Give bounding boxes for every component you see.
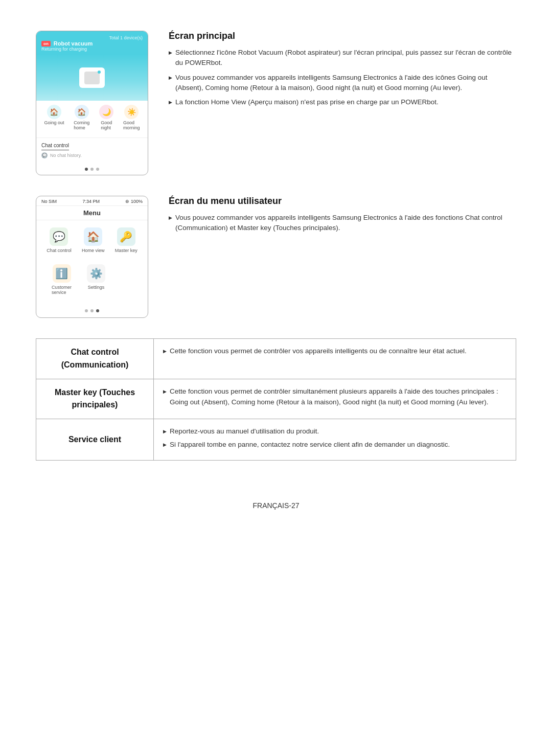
no-sim-label: No SIM xyxy=(41,199,57,204)
service-client-content: Reportez-vous au manuel d'utilisation du… xyxy=(154,419,516,461)
top-section: Total 1 device(s) on Robot vacuum Return… xyxy=(36,31,516,175)
settings-menu-item[interactable]: ⚙️ Settings xyxy=(87,264,105,295)
phone2-dots xyxy=(36,299,148,317)
ecran-menu-section: Écran du menu utilisateur Vous pouvez co… xyxy=(169,196,516,238)
table-row-master: Master key (Touchesprincipales) Cette fo… xyxy=(36,379,516,419)
ecran-menu-bullet-1: Vous pouvez commander vos appareils inte… xyxy=(169,213,516,234)
ecran-principal-title: Écran principal xyxy=(169,31,516,41)
going-out-icon-item[interactable]: 🏠 Going out xyxy=(44,105,64,130)
good-morning-icon-item[interactable]: ☀️ Goodmorning xyxy=(123,105,140,130)
phone2-status-bar: No SIM 7:34 PM ⊛ 100% xyxy=(36,196,148,206)
settings-menu-icon: ⚙️ xyxy=(87,264,105,283)
master-key-bullet: Cette fonction vous permet de contrôler … xyxy=(163,386,507,408)
good-night-icon-item[interactable]: 🌙 Goodnight xyxy=(99,105,113,130)
phone2-dot-3 xyxy=(96,309,99,312)
bullet-3: La fonction Home View (Aperçu maison) n'… xyxy=(169,97,516,107)
phone2-dot-1 xyxy=(85,309,88,312)
phone1-header: Total 1 device(s) on Robot vacuum Return… xyxy=(36,31,148,55)
good-morning-icon: ☀️ xyxy=(124,105,139,119)
going-out-label: Going out xyxy=(44,120,64,125)
ecran-principal-bullets: Sélectionnez l'icône Robot Vacuum (Robot… xyxy=(169,48,516,107)
ecran-menu-title: Écran du menu utilisateur xyxy=(169,196,516,207)
menu-icons-row1: 💬 Chat control 🏠 Home view 🔑 Master key xyxy=(36,220,148,257)
nav-icons-row: 🏠 Going out 🏠 Cominghome 🌙 Goodnight ☀️ … xyxy=(39,105,145,130)
good-night-icon: 🌙 xyxy=(99,105,113,119)
table-row-service: Service client Reportez-vous au manuel d… xyxy=(36,419,516,461)
ecran-menu-bullets: Vous pouvez commander vos appareils inte… xyxy=(169,213,516,234)
chat-control-label-cell: Chat control(Communication) xyxy=(36,339,154,379)
phone1-nav: 🏠 Going out 🏠 Cominghome 🌙 Goodnight ☀️ … xyxy=(36,101,148,138)
going-out-icon: 🏠 xyxy=(47,105,61,119)
good-morning-label: Goodmorning xyxy=(123,120,140,130)
chat-control-label: Chat control xyxy=(41,143,69,150)
coming-home-icon-item[interactable]: 🏠 Cominghome xyxy=(74,105,89,130)
coming-home-icon: 🏠 xyxy=(75,105,89,119)
time-label: 7:34 PM xyxy=(82,199,100,204)
total-devices-label: Total 1 device(s) xyxy=(41,35,143,40)
vacuum-area xyxy=(36,55,148,101)
chat-control-menu-label: Chat control xyxy=(47,248,72,253)
on-badge: on xyxy=(41,41,51,47)
customer-service-menu-label: Customerservice xyxy=(52,285,72,295)
coming-home-label: Cominghome xyxy=(74,120,89,130)
dot-1 xyxy=(85,168,88,171)
main-content: Total 1 device(s) on Robot vacuum Return… xyxy=(36,31,516,510)
master-key-content: Cette fonction vous permet de contrôler … xyxy=(154,379,516,419)
service-client-bullet-1: Reportez-vous au manuel d'utilisation du… xyxy=(163,426,507,437)
table-row-chat: Chat control(Communication) Cette foncti… xyxy=(36,339,516,379)
no-chat-history-label: No chat history. xyxy=(50,153,82,158)
footer-text: FRANÇAIS-27 xyxy=(252,501,299,510)
phone-screen-2: No SIM 7:34 PM ⊛ 100% Menu 💬 Chat contro… xyxy=(36,196,148,318)
menu-title: Menu xyxy=(36,206,148,220)
chat-control-menu-item[interactable]: 💬 Chat control xyxy=(47,227,72,253)
bullet-1: Sélectionnez l'icône Robot Vacuum (Robot… xyxy=(169,48,516,68)
chat-control-bullet: Cette fonction vous permet de contrôler … xyxy=(163,346,507,357)
feature-table: Chat control(Communication) Cette foncti… xyxy=(36,338,516,461)
service-client-bullet-2: Si l'appareil tombe en panne, contactez … xyxy=(163,440,507,450)
device-status: Returning for charging xyxy=(41,47,143,52)
dot-3 xyxy=(96,168,99,171)
ecran-principal-section: Écran principal Sélectionnez l'icône Rob… xyxy=(169,31,516,111)
home-view-menu-label: Home view xyxy=(82,248,105,253)
middle-section: No SIM 7:34 PM ⊛ 100% Menu 💬 Chat contro… xyxy=(36,196,516,318)
settings-menu-label: Settings xyxy=(88,285,105,290)
chat-control-menu-icon: 💬 xyxy=(50,227,68,246)
chat-control-title: Chat control(Communication) xyxy=(61,348,129,369)
master-key-label-cell: Master key (Touchesprincipales) xyxy=(36,379,154,419)
menu-icons-row2: ℹ️ Customerservice ⚙️ Settings xyxy=(36,257,148,299)
home-view-menu-item[interactable]: 🏠 Home view xyxy=(82,227,105,253)
service-client-title: Service client xyxy=(68,435,121,444)
customer-service-menu-item[interactable]: ℹ️ Customerservice xyxy=(52,264,72,295)
master-key-menu-label: Master key xyxy=(115,248,137,253)
phone1-chat: Chat control 💬 No chat history. xyxy=(36,138,148,163)
phone-screen-1: Total 1 device(s) on Robot vacuum Return… xyxy=(36,31,148,175)
master-key-menu-icon: 🔑 xyxy=(117,227,135,246)
vacuum-icon xyxy=(79,67,105,88)
dot-2 xyxy=(90,168,94,171)
phone2-dot-2 xyxy=(90,309,94,312)
service-client-label-cell: Service client xyxy=(36,419,154,461)
battery-label: ⊛ 100% xyxy=(125,199,143,204)
master-key-menu-item[interactable]: 🔑 Master key xyxy=(115,227,137,253)
vacuum-dot xyxy=(98,71,101,74)
customer-service-menu-icon: ℹ️ xyxy=(53,264,71,283)
phone1-dots xyxy=(36,163,148,175)
master-key-title: Master key (Touchesprincipales) xyxy=(55,388,135,409)
chat-history: 💬 No chat history. xyxy=(41,152,143,158)
chat-control-content: Cette fonction vous permet de contrôler … xyxy=(154,339,516,379)
good-night-label: Goodnight xyxy=(101,120,112,130)
home-view-menu-icon: 🏠 xyxy=(84,227,102,246)
chat-dot: 💬 xyxy=(41,152,48,158)
page-footer: FRANÇAIS-27 xyxy=(36,501,516,510)
device-name: Robot vacuum xyxy=(54,40,93,47)
bullet-2: Vous pouvez commander vos appareils inte… xyxy=(169,73,516,94)
device-row: on Robot vacuum xyxy=(41,40,143,47)
